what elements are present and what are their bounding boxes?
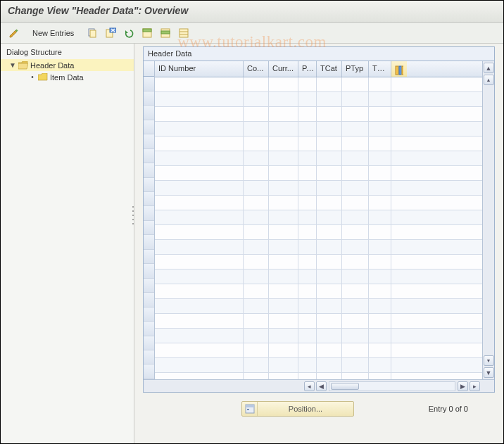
- table-cell[interactable]: [244, 210, 269, 225]
- scroll-down-button[interactable]: ▼: [484, 367, 494, 378]
- table-cell[interactable]: [244, 358, 269, 373]
- table-cell[interactable]: [317, 358, 342, 373]
- row-selector[interactable]: [144, 221, 154, 235]
- horizontal-scrollbar[interactable]: ◂ ◀ ▶ ▸: [144, 379, 494, 392]
- table-cell[interactable]: [269, 314, 298, 329]
- table-cell[interactable]: [155, 255, 244, 269]
- table-row[interactable]: [155, 210, 482, 225]
- hscroll-thumb[interactable]: [331, 383, 359, 390]
- table-cell[interactable]: [342, 77, 369, 92]
- table-cell[interactable]: [155, 299, 244, 314]
- table-cell[interactable]: [298, 196, 317, 210]
- table-cell[interactable]: [342, 225, 369, 240]
- row-selector[interactable]: [144, 293, 154, 307]
- table-row[interactable]: [155, 166, 482, 181]
- copy-as-icon[interactable]: [84, 25, 100, 41]
- column-header[interactable]: ID Number: [155, 61, 244, 77]
- row-selector[interactable]: [144, 91, 154, 106]
- table-cell[interactable]: [342, 166, 369, 181]
- row-selector[interactable]: [144, 235, 154, 249]
- table-cell[interactable]: [298, 92, 317, 107]
- deselect-all-icon[interactable]: [176, 25, 191, 41]
- table-cell[interactable]: [244, 166, 269, 181]
- scroll-last-button[interactable]: ▸: [470, 381, 480, 391]
- scroll-left-button[interactable]: ◀: [316, 381, 327, 391]
- table-cell[interactable]: [269, 210, 298, 225]
- table-cell[interactable]: [369, 181, 391, 196]
- table-row[interactable]: [155, 314, 482, 329]
- table-cell[interactable]: [155, 225, 244, 240]
- table-cell[interactable]: [298, 151, 317, 166]
- table-cell[interactable]: [369, 225, 391, 240]
- row-selector[interactable]: [144, 120, 154, 134]
- table-row[interactable]: [155, 151, 482, 166]
- table-cell[interactable]: [317, 181, 342, 196]
- vertical-scrollbar[interactable]: ▲ ▲ ▼ ▼: [482, 61, 494, 379]
- table-cell[interactable]: [342, 255, 369, 269]
- table-cell[interactable]: [244, 269, 269, 284]
- hscroll-track[interactable]: [329, 381, 455, 391]
- table-cell[interactable]: [342, 240, 369, 255]
- table-cell[interactable]: [317, 329, 342, 343]
- table-cell[interactable]: [342, 92, 369, 107]
- table-row[interactable]: [155, 196, 482, 210]
- scroll-up-small-button[interactable]: ▲: [484, 75, 494, 85]
- table-cell[interactable]: [317, 166, 342, 181]
- table-cell[interactable]: [317, 373, 342, 379]
- toggle-change-icon[interactable]: [6, 25, 22, 41]
- table-cell[interactable]: [317, 225, 342, 240]
- table-cell[interactable]: [298, 299, 317, 314]
- table-cell[interactable]: [269, 358, 298, 373]
- table-cell[interactable]: [269, 373, 298, 379]
- table-cell[interactable]: [298, 137, 317, 151]
- table-cell[interactable]: [369, 122, 391, 137]
- row-selector[interactable]: [144, 178, 154, 192]
- table-cell[interactable]: [269, 122, 298, 137]
- table-cell[interactable]: [369, 269, 391, 284]
- row-selector[interactable]: [144, 279, 154, 293]
- table-cell[interactable]: [244, 122, 269, 137]
- table-row[interactable]: [155, 343, 482, 358]
- row-selector[interactable]: [144, 206, 154, 220]
- position-button[interactable]: Position...: [241, 401, 354, 417]
- row-selector[interactable]: [144, 336, 154, 350]
- table-cell[interactable]: [298, 373, 317, 379]
- row-selector[interactable]: [144, 149, 154, 163]
- table-cell[interactable]: [342, 373, 369, 379]
- scroll-right-button[interactable]: ▶: [458, 381, 468, 391]
- table-cell[interactable]: [155, 343, 244, 358]
- table-cell[interactable]: [244, 181, 269, 196]
- row-selector[interactable]: [144, 264, 154, 278]
- table-cell[interactable]: [369, 166, 391, 181]
- table-cell[interactable]: [317, 122, 342, 137]
- table-cell[interactable]: [155, 92, 244, 107]
- table-cell[interactable]: [269, 240, 298, 255]
- table-cell[interactable]: [155, 358, 244, 373]
- undo-icon[interactable]: [121, 25, 137, 41]
- table-cell[interactable]: [155, 196, 244, 210]
- table-cell[interactable]: [342, 122, 369, 137]
- table-cell[interactable]: [298, 181, 317, 196]
- table-cell[interactable]: [244, 299, 269, 314]
- table-row[interactable]: [155, 137, 482, 151]
- table-cell[interactable]: [317, 210, 342, 225]
- table-cell[interactable]: [342, 284, 369, 299]
- row-selector[interactable]: [144, 134, 154, 148]
- new-entries-button[interactable]: New Entries: [25, 25, 82, 41]
- table-cell[interactable]: [369, 92, 391, 107]
- table-cell[interactable]: [369, 329, 391, 343]
- table-cell[interactable]: [342, 210, 369, 225]
- table-row[interactable]: [155, 358, 482, 373]
- table-cell[interactable]: [269, 269, 298, 284]
- table-cell[interactable]: [155, 107, 244, 122]
- table-cell[interactable]: [269, 255, 298, 269]
- row-selector[interactable]: [144, 364, 154, 379]
- table-cell[interactable]: [317, 314, 342, 329]
- column-header[interactable]: P...: [298, 61, 317, 77]
- table-cell[interactable]: [244, 314, 269, 329]
- table-cell[interactable]: [269, 343, 298, 358]
- column-header[interactable]: Curr...: [269, 61, 298, 77]
- table-cell[interactable]: [298, 77, 317, 92]
- tree-node-header-data[interactable]: ▼ Header Data: [1, 59, 134, 71]
- table-row[interactable]: [155, 181, 482, 196]
